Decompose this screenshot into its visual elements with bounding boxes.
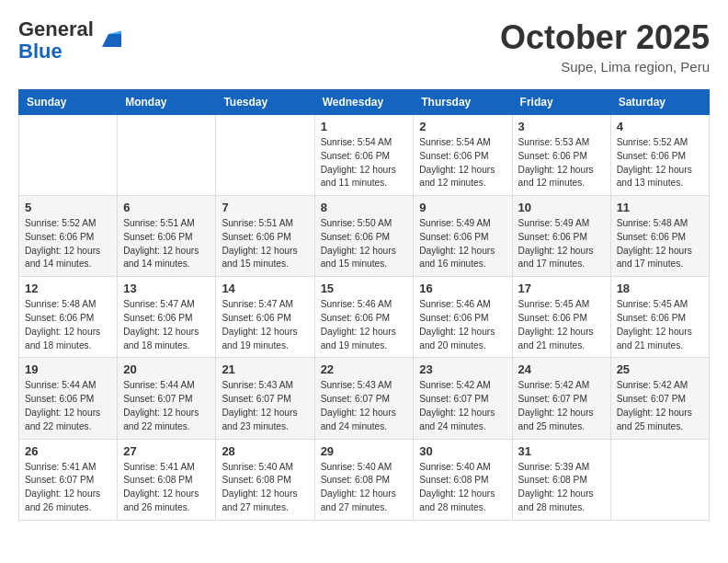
day-info: Sunrise: 5:50 AMSunset: 6:06 PMDaylight:… <box>321 217 408 271</box>
day-number: 27 <box>123 444 210 458</box>
day-number: 25 <box>617 362 703 376</box>
day-number: 11 <box>617 201 703 214</box>
calendar-header-friday: Friday <box>512 90 610 115</box>
day-number: 14 <box>222 282 308 295</box>
calendar-cell: 11Sunrise: 5:48 AMSunset: 6:06 PMDayligh… <box>610 196 709 277</box>
day-info: Sunrise: 5:42 AMSunset: 6:07 PMDaylight:… <box>617 379 703 433</box>
day-info: Sunrise: 5:47 AMSunset: 6:06 PMDaylight:… <box>123 298 210 352</box>
day-number: 10 <box>518 201 605 214</box>
day-number: 16 <box>419 282 506 295</box>
calendar-cell: 27Sunrise: 5:41 AMSunset: 6:08 PMDayligh… <box>118 439 216 520</box>
logo-blue-text: Blue <box>18 40 63 63</box>
calendar-cell: 6Sunrise: 5:51 AMSunset: 6:06 PMDaylight… <box>118 196 216 277</box>
calendar-header-saturday: Saturday <box>610 90 709 115</box>
day-info: Sunrise: 5:51 AMSunset: 6:06 PMDaylight:… <box>222 217 308 271</box>
day-number: 6 <box>123 201 210 214</box>
calendar-cell: 1Sunrise: 5:54 AMSunset: 6:06 PMDaylight… <box>314 115 414 196</box>
day-number: 30 <box>419 444 506 458</box>
day-info: Sunrise: 5:45 AMSunset: 6:06 PMDaylight:… <box>518 298 605 352</box>
calendar-cell: 8Sunrise: 5:50 AMSunset: 6:06 PMDaylight… <box>314 196 414 277</box>
calendar-cell: 20Sunrise: 5:44 AMSunset: 6:07 PMDayligh… <box>118 358 216 439</box>
calendar-cell: 13Sunrise: 5:47 AMSunset: 6:06 PMDayligh… <box>118 277 216 358</box>
calendar-cell: 26Sunrise: 5:41 AMSunset: 6:07 PMDayligh… <box>19 439 118 520</box>
calendar-cell: 23Sunrise: 5:42 AMSunset: 6:07 PMDayligh… <box>414 358 512 439</box>
svg-marker-1 <box>108 31 121 35</box>
day-number: 12 <box>25 282 111 295</box>
calendar-cell: 22Sunrise: 5:43 AMSunset: 6:07 PMDayligh… <box>314 358 414 439</box>
calendar-cell: 2Sunrise: 5:54 AMSunset: 6:06 PMDaylight… <box>414 115 512 196</box>
calendar-cell: 29Sunrise: 5:40 AMSunset: 6:08 PMDayligh… <box>314 439 414 520</box>
day-number: 7 <box>222 201 308 214</box>
day-info: Sunrise: 5:52 AMSunset: 6:06 PMDaylight:… <box>25 217 111 271</box>
calendar-cell: 10Sunrise: 5:49 AMSunset: 6:06 PMDayligh… <box>512 196 610 277</box>
day-info: Sunrise: 5:39 AMSunset: 6:08 PMDaylight:… <box>518 461 605 515</box>
page-header: General Blue October 2025 Supe, Lima reg… <box>18 18 710 75</box>
day-info: Sunrise: 5:54 AMSunset: 6:06 PMDaylight:… <box>419 136 506 190</box>
day-info: Sunrise: 5:44 AMSunset: 6:06 PMDaylight:… <box>25 379 111 433</box>
calendar-cell: 9Sunrise: 5:49 AMSunset: 6:06 PMDaylight… <box>414 196 512 277</box>
day-number: 1 <box>321 120 408 133</box>
calendar-week-row: 26Sunrise: 5:41 AMSunset: 6:07 PMDayligh… <box>19 439 710 520</box>
day-number: 31 <box>518 444 605 458</box>
day-info: Sunrise: 5:46 AMSunset: 6:06 PMDaylight:… <box>419 298 506 352</box>
day-info: Sunrise: 5:54 AMSunset: 6:06 PMDaylight:… <box>321 136 408 190</box>
day-info: Sunrise: 5:51 AMSunset: 6:06 PMDaylight:… <box>123 217 210 271</box>
logo-icon <box>96 28 121 53</box>
calendar-cell: 30Sunrise: 5:40 AMSunset: 6:08 PMDayligh… <box>414 439 512 520</box>
day-info: Sunrise: 5:42 AMSunset: 6:07 PMDaylight:… <box>518 379 605 433</box>
day-info: Sunrise: 5:41 AMSunset: 6:08 PMDaylight:… <box>123 461 210 515</box>
calendar-week-row: 5Sunrise: 5:52 AMSunset: 6:06 PMDaylight… <box>19 196 710 277</box>
calendar-cell: 4Sunrise: 5:52 AMSunset: 6:06 PMDaylight… <box>610 115 709 196</box>
day-info: Sunrise: 5:53 AMSunset: 6:06 PMDaylight:… <box>518 136 605 190</box>
day-number: 17 <box>518 282 605 295</box>
calendar-cell: 19Sunrise: 5:44 AMSunset: 6:06 PMDayligh… <box>19 358 118 439</box>
day-info: Sunrise: 5:52 AMSunset: 6:06 PMDaylight:… <box>617 136 703 190</box>
day-number: 24 <box>518 362 605 376</box>
day-number: 18 <box>617 282 703 295</box>
calendar-cell: 21Sunrise: 5:43 AMSunset: 6:07 PMDayligh… <box>216 358 314 439</box>
calendar-cell: 28Sunrise: 5:40 AMSunset: 6:08 PMDayligh… <box>216 439 314 520</box>
day-number: 13 <box>123 282 210 295</box>
day-number: 20 <box>123 362 210 376</box>
day-info: Sunrise: 5:47 AMSunset: 6:06 PMDaylight:… <box>222 298 308 352</box>
calendar-cell: 25Sunrise: 5:42 AMSunset: 6:07 PMDayligh… <box>610 358 709 439</box>
calendar-week-row: 12Sunrise: 5:48 AMSunset: 6:06 PMDayligh… <box>19 277 710 358</box>
day-number: 9 <box>419 201 506 214</box>
day-info: Sunrise: 5:48 AMSunset: 6:06 PMDaylight:… <box>617 217 703 271</box>
calendar-cell: 18Sunrise: 5:45 AMSunset: 6:06 PMDayligh… <box>610 277 709 358</box>
day-number: 15 <box>321 282 408 295</box>
calendar-cell: 16Sunrise: 5:46 AMSunset: 6:06 PMDayligh… <box>414 277 512 358</box>
logo: General Blue <box>18 18 121 63</box>
calendar-cell: 15Sunrise: 5:46 AMSunset: 6:06 PMDayligh… <box>314 277 414 358</box>
day-number: 8 <box>321 201 408 214</box>
day-number: 28 <box>222 444 308 458</box>
day-number: 21 <box>222 362 308 376</box>
day-number: 29 <box>321 444 408 458</box>
day-info: Sunrise: 5:40 AMSunset: 6:08 PMDaylight:… <box>321 461 408 515</box>
day-info: Sunrise: 5:45 AMSunset: 6:06 PMDaylight:… <box>617 298 703 352</box>
day-info: Sunrise: 5:48 AMSunset: 6:06 PMDaylight:… <box>25 298 111 352</box>
day-number: 3 <box>518 120 605 133</box>
day-number: 26 <box>25 444 111 458</box>
calendar-cell: 31Sunrise: 5:39 AMSunset: 6:08 PMDayligh… <box>512 439 610 520</box>
day-info: Sunrise: 5:43 AMSunset: 6:07 PMDaylight:… <box>222 379 308 433</box>
day-number: 2 <box>419 120 506 133</box>
calendar-cell: 17Sunrise: 5:45 AMSunset: 6:06 PMDayligh… <box>512 277 610 358</box>
location-subtitle: Supe, Lima region, Peru <box>500 59 710 75</box>
calendar-cell: 14Sunrise: 5:47 AMSunset: 6:06 PMDayligh… <box>216 277 314 358</box>
day-number: 4 <box>617 120 703 133</box>
calendar-cell <box>118 115 216 196</box>
month-title: October 2025 <box>500 18 710 57</box>
calendar-cell <box>19 115 118 196</box>
day-number: 23 <box>419 362 506 376</box>
logo-general-text: General <box>18 17 94 40</box>
day-info: Sunrise: 5:43 AMSunset: 6:07 PMDaylight:… <box>321 379 408 433</box>
day-info: Sunrise: 5:40 AMSunset: 6:08 PMDaylight:… <box>419 461 506 515</box>
day-info: Sunrise: 5:41 AMSunset: 6:07 PMDaylight:… <box>25 461 111 515</box>
calendar-cell: 3Sunrise: 5:53 AMSunset: 6:06 PMDaylight… <box>512 115 610 196</box>
calendar-cell <box>610 439 709 520</box>
day-info: Sunrise: 5:44 AMSunset: 6:07 PMDaylight:… <box>123 379 210 433</box>
calendar-header-row: SundayMondayTuesdayWednesdayThursdayFrid… <box>19 90 710 115</box>
day-info: Sunrise: 5:49 AMSunset: 6:06 PMDaylight:… <box>419 217 506 271</box>
calendar-cell: 5Sunrise: 5:52 AMSunset: 6:06 PMDaylight… <box>19 196 118 277</box>
